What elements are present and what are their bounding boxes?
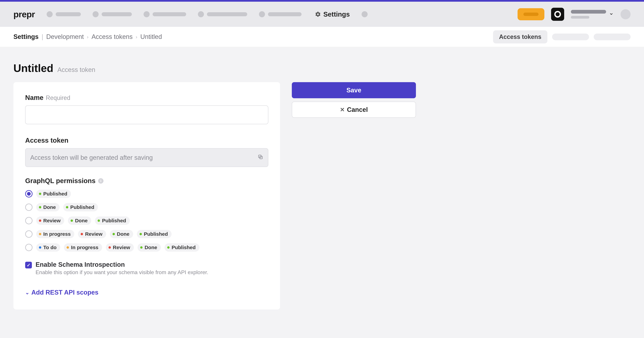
status-chip: Published	[137, 230, 172, 238]
copy-icon[interactable]	[258, 154, 263, 161]
info-icon[interactable]: i	[98, 178, 104, 184]
status-chip: In progress	[64, 243, 102, 252]
status-dot-icon	[39, 193, 41, 195]
permission-radio[interactable]	[25, 244, 32, 251]
nav-item-placeholder[interactable]	[144, 11, 186, 17]
breadcrumb: Settings | Development › Access tokens ›…	[14, 33, 162, 40]
status-dot-icon	[70, 220, 73, 222]
chevron-down-icon: ⌄	[25, 290, 29, 296]
status-dot-icon	[66, 246, 69, 249]
status-chip: Done	[36, 203, 60, 212]
status-chip: Review	[36, 216, 64, 225]
save-button[interactable]: Save	[292, 82, 416, 98]
permission-option[interactable]: ReviewDonePublished	[25, 216, 268, 225]
nav-placeholder-group	[46, 11, 302, 17]
token-label: Access token	[25, 137, 268, 144]
topbar: prepr Settings ⌄	[0, 2, 644, 27]
app-switcher-placeholder[interactable]	[551, 8, 564, 21]
token-output: Access token will be generated after sav…	[25, 148, 268, 167]
status-chip: Review	[78, 230, 106, 238]
status-chip-label: To do	[43, 244, 56, 250]
status-dot-icon	[98, 220, 100, 222]
permission-option[interactable]: In progressReviewDonePublished	[25, 230, 268, 238]
status-chip: To do	[36, 243, 60, 252]
status-chip-label: Review	[113, 244, 130, 250]
name-input[interactable]	[25, 106, 268, 124]
status-chip: Done	[138, 243, 161, 252]
status-dot-icon	[39, 220, 41, 222]
gear-icon	[315, 11, 321, 17]
nav-item-placeholder[interactable]	[259, 11, 302, 17]
avatar[interactable]	[620, 9, 630, 19]
status-chip: Done	[110, 230, 133, 238]
name-label-text: Name	[25, 94, 44, 102]
permission-radio[interactable]	[25, 230, 32, 238]
breadcrumb-item[interactable]: Development	[46, 33, 84, 40]
form-card: Name Required Access token Access token …	[14, 82, 280, 310]
status-dot-icon	[140, 246, 142, 249]
permission-radio[interactable]	[25, 190, 32, 198]
nav-item-placeholder[interactable]	[92, 11, 132, 17]
topbar-right: ⌄	[518, 8, 630, 21]
side-actions: Save ✕ Cancel	[292, 82, 416, 118]
permission-option[interactable]: To doIn progressReviewDonePublished	[25, 243, 268, 252]
tab-placeholder[interactable]	[552, 34, 589, 40]
add-rest-scopes-label: Add REST API scopes	[31, 289, 98, 296]
graphql-permissions-label: GraphQL permissions i	[25, 177, 268, 184]
permission-radio[interactable]	[25, 204, 32, 211]
breadcrumb-item[interactable]: Access tokens	[92, 33, 133, 40]
permission-options: PublishedDonePublishedReviewDonePublishe…	[25, 190, 268, 252]
status-chip-label: Published	[102, 218, 126, 224]
close-icon: ✕	[340, 106, 345, 113]
subbar-tabs: Access tokens	[493, 30, 630, 44]
name-label: Name Required	[25, 94, 268, 102]
permission-option[interactable]: DonePublished	[25, 203, 268, 212]
status-chip-label: Done	[75, 218, 88, 224]
status-dot-icon	[39, 206, 41, 208]
status-chip: Review	[106, 243, 134, 252]
breadcrumb-item[interactable]: Untitled	[140, 33, 162, 40]
nav-item-placeholder[interactable]	[46, 11, 81, 17]
breadcrumb-root[interactable]: Settings	[14, 33, 38, 40]
introspection-checkbox[interactable]: ✓	[25, 262, 32, 268]
status-dot-icon	[140, 233, 142, 235]
token-placeholder-text: Access token will be generated after sav…	[30, 154, 153, 161]
status-dot-icon	[66, 206, 68, 208]
permission-radio[interactable]	[25, 217, 32, 224]
status-dot-icon	[39, 233, 41, 235]
nav-item-placeholder[interactable]	[198, 11, 247, 17]
status-chip-label: Published	[70, 204, 94, 210]
cta-button-placeholder[interactable]	[518, 8, 544, 20]
nav-item-placeholder[interactable]	[362, 11, 368, 17]
cancel-button[interactable]: ✕ Cancel	[292, 102, 416, 118]
brand-logo[interactable]: prepr	[14, 9, 35, 19]
status-chip-label: Review	[85, 231, 102, 237]
tab-access-tokens[interactable]: Access tokens	[493, 30, 548, 44]
status-dot-icon	[108, 246, 111, 249]
top-accent-bar	[0, 0, 644, 2]
status-chip: Published	[63, 203, 98, 212]
nav-settings-label: Settings	[323, 10, 350, 18]
chevron-right-icon: ›	[136, 34, 137, 40]
status-chip-label: Published	[172, 244, 196, 250]
tab-placeholder[interactable]	[594, 34, 630, 40]
status-chip: Published	[164, 243, 199, 252]
status-dot-icon	[39, 246, 41, 249]
page-subtitle: Access token	[57, 66, 95, 74]
permission-option[interactable]: Published	[25, 190, 268, 198]
breadcrumb-separator: |	[42, 33, 43, 40]
status-dot-icon	[112, 233, 115, 235]
page: Untitled Access token Name Required Acce…	[0, 47, 644, 324]
status-chip: Published	[36, 190, 71, 198]
status-chip-label: Done	[43, 204, 56, 210]
status-chip: In progress	[36, 230, 74, 238]
add-rest-scopes-toggle[interactable]: ⌄ Add REST API scopes	[25, 289, 268, 296]
introspection-row[interactable]: ✓ Enable Schema Introspection Enable thi…	[25, 261, 268, 276]
env-dropdown-placeholder[interactable]: ⌄	[571, 10, 614, 18]
nav-settings[interactable]: Settings	[315, 10, 350, 18]
status-chip-label: Published	[144, 231, 168, 237]
status-chip: Done	[68, 216, 91, 225]
token-label-text: Access token	[25, 137, 68, 144]
status-chip-label: In progress	[71, 244, 98, 250]
status-chip: Published	[95, 216, 130, 225]
